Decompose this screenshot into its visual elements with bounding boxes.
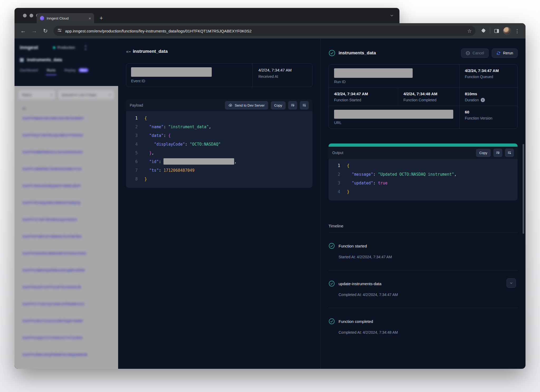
run-id[interactable]: 01HTFCSQG7ZYVXNZVC7VT1Z4K6 xyxy=(22,336,114,340)
timeline-item: Function completedCompleted At: 4/2/2024… xyxy=(329,308,518,346)
close-tab-icon[interactable]: × xyxy=(89,16,91,21)
run-id[interactable]: 01HTFCYYZGYQYGDKJVP82NKXCZ xyxy=(22,302,114,306)
browser-toolbar: ← → ↻ app.inngest.com/env/production/fun… xyxy=(15,23,525,39)
url-bar[interactable]: app.inngest.com/env/production/functions… xyxy=(54,26,475,36)
expand-lines-button[interactable] xyxy=(300,101,309,109)
timeline-expand-button[interactable] xyxy=(507,278,516,288)
copy-output-button[interactable]: Copy xyxy=(476,149,491,157)
run-id[interactable]: 01HTFEG3FVJP7FZJP7EA5KN3JR xyxy=(22,285,114,289)
id-column-header: ID xyxy=(22,107,114,111)
copy-payload-button[interactable]: Copy xyxy=(271,101,286,109)
check-circle-icon xyxy=(329,280,335,287)
run-id[interactable]: 01HTFN86XV8CXWS76S7W7E3WDY xyxy=(22,116,114,120)
forward-button[interactable]: → xyxy=(30,26,39,35)
run-id[interactable]: 01HTFKMBPMD0ZAJ4AG04K03A02 xyxy=(22,150,114,154)
wrap-text-icon xyxy=(291,103,295,107)
run-id[interactable]: 01HTF7C7HF7RVN0S1Q3YD2S3 xyxy=(22,218,114,222)
inngest-favicon-icon: ··· xyxy=(40,16,44,21)
new-tab-button[interactable]: + xyxy=(97,14,105,22)
run-id[interactable]: 01HTFCR9KAPQP0R8PZK3MQN4MXB xyxy=(22,353,114,357)
url-label: URL xyxy=(334,121,454,125)
code-line: 2 "message": "Updated OCTO:NASDAQ instru… xyxy=(329,170,518,179)
code-line: 2 "name": "instrument_data", xyxy=(126,123,312,131)
environment-chevron-icon[interactable]: ▲▼ xyxy=(84,44,87,51)
run-id-label: Run ID xyxy=(334,80,454,84)
received-at-value: 4/2/24, 7:34:47 AM xyxy=(258,68,306,72)
cloud-download-icon xyxy=(228,103,233,107)
check-circle-icon xyxy=(329,318,335,324)
check-circle-icon xyxy=(329,243,335,249)
url-text: app.inngest.com/env/production/functions… xyxy=(65,29,464,33)
minimize-window-button[interactable] xyxy=(30,14,33,17)
code-line: 3 "data": { xyxy=(126,131,312,140)
queued-filter[interactable]: Queued in Last 3 Days▾ xyxy=(58,90,114,99)
chevron-down-icon: ▾ xyxy=(109,93,111,96)
line-number: 4 xyxy=(126,140,138,149)
wrap-text-button[interactable] xyxy=(493,149,502,157)
run-details-card: Run ID 4/2/24, 7:34:47 AM Function Queue… xyxy=(329,64,518,129)
line-number: 2 xyxy=(329,170,340,179)
send-to-dev-server-button[interactable]: Send to Dev Server xyxy=(225,101,268,109)
output-code[interactable]: 1{2 "message": "Updated OCTO:NASDAQ inst… xyxy=(329,159,518,200)
duration-label: Duration i xyxy=(465,98,512,102)
line-number: 8 xyxy=(126,175,138,184)
info-icon[interactable]: i xyxy=(481,98,485,102)
tab-list-chevron-button[interactable] xyxy=(387,12,396,19)
timeline-item-timestamp: Started At: 4/2/2024, 7:34:47 AM xyxy=(339,255,518,259)
cancel-button[interactable]: Cancel xyxy=(461,49,489,58)
wrap-text-button[interactable] xyxy=(288,101,297,109)
run-id[interactable]: 01HTFHXGR0CWNHSWY8TSNAVGRC xyxy=(22,251,114,255)
browser-menu-icon[interactable]: ⋮ xyxy=(515,28,520,34)
run-id[interactable]: 01HTFJ3B9PBZ7EWGK5Z086JYC8 xyxy=(22,167,114,171)
extensions-icon[interactable] xyxy=(481,28,486,34)
reload-button[interactable]: ↻ xyxy=(41,26,50,35)
run-id[interactable]: 01HTFCW27CZ2X3AZM75QEYNH8F xyxy=(22,319,114,323)
panel-scrollbar[interactable] xyxy=(523,144,524,234)
function-completed-value: 4/2/24, 7:34:48 AM xyxy=(403,92,454,96)
code-line: 1{ xyxy=(329,161,518,170)
line-number: 3 xyxy=(126,131,138,140)
function-version-value: 60 xyxy=(465,110,512,114)
environment-selector[interactable]: Production xyxy=(57,45,75,50)
toolbar-divider xyxy=(490,28,490,34)
payload-card: Payload Send to Dev Server Copy 1{2 "nam… xyxy=(126,99,312,188)
tab-replay[interactable]: Replay xyxy=(64,68,76,72)
run-id[interactable]: 01HTFKQT1M7RSJQABEXYF0K0S2 xyxy=(22,133,114,137)
code-line: 8} xyxy=(126,175,312,184)
function-started-value: 4/2/24, 7:34:47 AM xyxy=(334,92,393,96)
site-settings-icon[interactable] xyxy=(57,28,62,34)
url-redacted xyxy=(334,110,453,119)
profile-avatar[interactable] xyxy=(503,27,511,35)
rerun-button[interactable]: Rerun xyxy=(492,49,518,58)
line-number: 5 xyxy=(126,149,138,157)
code-line: 4 "displayCode": "OCTO:NASDAQ" xyxy=(126,140,312,149)
status-filter[interactable]: Status▾ xyxy=(19,90,55,99)
tab-title: Inngest Cloud xyxy=(47,16,86,20)
run-id[interactable]: 01HTFJ94AVE0BQ48AF4DM13E9T xyxy=(22,184,114,188)
sidebar: inngest Production ▲▼ instruments_data D… xyxy=(15,39,118,369)
runs-list-panel: Status▾ Queued in Last 3 Days▾ ID 01HTFN… xyxy=(15,86,118,369)
close-window-button[interactable] xyxy=(23,14,27,17)
payload-code[interactable]: 1{2 "name": "instrument_data",3 "data": … xyxy=(126,111,312,188)
screenshot-root: { "browser": { "tab_title": "Inngest Clo… xyxy=(0,0,540,392)
bookmark-star-icon[interactable]: ☆ xyxy=(467,28,472,34)
app-name: instruments_data xyxy=(27,58,62,62)
chevron-down-icon: ▾ xyxy=(51,93,52,96)
tab-dashboard[interactable]: Dashboard xyxy=(20,68,38,72)
browser-tab[interactable]: ··· Inngest Cloud × xyxy=(37,13,94,23)
run-id[interactable]: 01HTFHYWF32TSB9HGT01F58TBJ xyxy=(22,235,114,238)
side-panel-icon[interactable] xyxy=(494,28,499,34)
duration-value: 810ms xyxy=(465,92,512,96)
run-id[interactable]: 01HTFG3BKPQSR9E4A91QBRARRN xyxy=(22,268,114,272)
success-check-icon xyxy=(329,50,335,56)
minus-circle-icon xyxy=(466,51,470,55)
timeline-item-title: Function completed xyxy=(339,319,373,324)
expand-lines-button[interactable] xyxy=(505,149,514,157)
browser-window: ← → ↻ app.inngest.com/env/production/fun… xyxy=(15,23,525,369)
back-button[interactable]: ← xyxy=(19,26,28,35)
tab-runs[interactable]: Runs xyxy=(47,68,56,72)
code-line: 5 }, xyxy=(126,149,312,157)
timeline-item-timestamp: Completed At: 4/2/2024, 7:34:47 AM xyxy=(339,293,518,297)
lines-arrow-down-icon xyxy=(302,103,306,107)
run-id[interactable]: 01HTF7EA6Q238SJWNH4YE8Q2Q xyxy=(22,201,114,205)
